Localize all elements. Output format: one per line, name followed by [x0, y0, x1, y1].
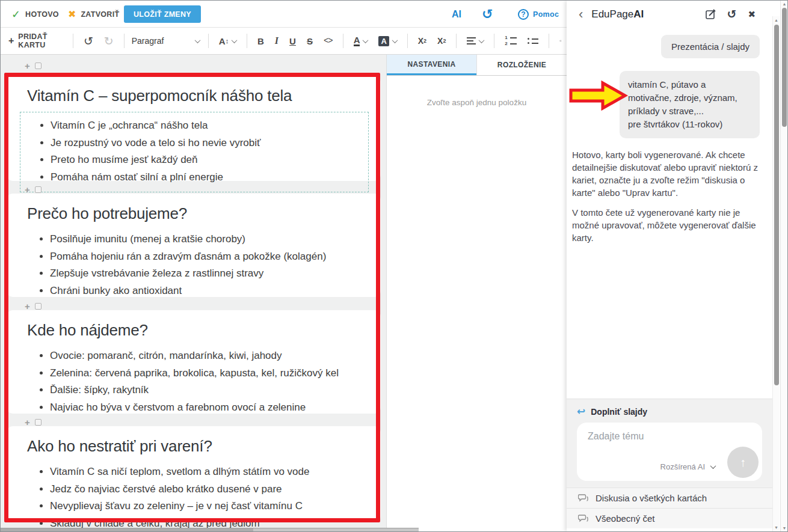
- card-title: Kde ho nájdeme?: [7, 310, 381, 340]
- page-scrollbar-thumb[interactable]: [782, 8, 787, 127]
- bold-button[interactable]: B: [252, 28, 269, 55]
- divider: [549, 34, 549, 48]
- model-selector-label: Rozšírená AI: [660, 462, 705, 471]
- back-chevron-icon[interactable]: ‹: [579, 9, 583, 20]
- assistant-response: V tomto čete už vygenerované karty nie j…: [567, 199, 772, 244]
- bullet-list-button[interactable]: [522, 28, 544, 55]
- chevron-down-icon: [194, 37, 200, 43]
- undo-icon[interactable]: ↺: [78, 28, 99, 55]
- scroll-down-icon[interactable]: ▼: [781, 526, 788, 530]
- selected-text-block[interactable]: Vitamín C je „ochranca“ nášho tela Je ro…: [20, 112, 369, 192]
- list-item: Najviac ho býva v čerstvom a farebnom ov…: [50, 399, 381, 417]
- page-scrollbar[interactable]: ▲ ▼: [780, 1, 788, 531]
- font-size-dropdown[interactable]: A↕: [214, 28, 242, 55]
- redo-icon[interactable]: ↻: [99, 28, 119, 55]
- model-selector-dropdown[interactable]: Rozšírená AI: [660, 462, 715, 471]
- divider: [247, 34, 247, 48]
- send-button[interactable]: ↑: [727, 447, 759, 478]
- add-card-button[interactable]: + PRIDAŤ KARTU: [1, 28, 68, 55]
- outdent-button[interactable]: [554, 28, 567, 55]
- list-item: Chráni bunky ako antioxidant: [50, 283, 381, 300]
- chevron-down-icon: [232, 37, 238, 43]
- close-panel-icon[interactable]: ✖: [748, 9, 756, 20]
- plus-icon: +: [25, 185, 30, 195]
- highlight-color-dropdown[interactable]: A: [373, 28, 402, 55]
- text-color-dropdown[interactable]: A: [348, 28, 374, 55]
- list-item: Ovocie: pomaranč, citrón, mandarínka, ki…: [50, 347, 381, 365]
- new-chat-icon[interactable]: [706, 9, 716, 19]
- plus-icon: +: [25, 301, 30, 311]
- divider: [456, 34, 457, 48]
- done-button[interactable]: ✓ HOTOVO: [11, 1, 59, 28]
- menu-item-label: Všeobecný čet: [596, 513, 654, 524]
- superscript-button[interactable]: X2: [413, 28, 432, 55]
- tab-nastavenia[interactable]: NASTAVENIA: [387, 55, 476, 75]
- card-title: Vitamín C – superpomocník nášho tela: [7, 76, 381, 105]
- add-card-inline-control[interactable]: +: [25, 185, 42, 194]
- chat-messages: Prezentácia / slajdy vitamín C, pútavo a…: [567, 28, 772, 244]
- footer-action-row[interactable]: ↩ Doplniť slajdy: [567, 399, 772, 423]
- bullet-list: Vitamín C je „ochranca“ nášho tela Je ro…: [20, 117, 368, 186]
- settings-panel: NASTAVENIA ROZLOŽENIE Zvoľte aspoň jednu…: [386, 55, 567, 532]
- menu-item-discussion-all-cards[interactable]: Diskusia o všetkých kartách: [567, 488, 772, 508]
- add-card-inline-control[interactable]: +: [25, 61, 42, 70]
- code-button[interactable]: <>: [318, 28, 338, 55]
- ai-panel-header: ‹ EduPageAI ↺ ✖: [567, 1, 788, 28]
- settings-tabs: NASTAVENIA ROZLOŽENIE: [387, 55, 567, 76]
- tab-rozlozenie[interactable]: ROZLOŽENIE: [476, 55, 567, 75]
- help-button[interactable]: ? Pomoc: [518, 1, 559, 28]
- horizontal-scrollbar[interactable]: [1, 528, 419, 532]
- chat-history-icon[interactable]: ↺: [727, 7, 737, 21]
- bullet-list: Ovocie: pomaranč, citrón, mandarínka, ki…: [7, 347, 381, 416]
- checkbox-icon: [35, 303, 42, 310]
- list-item: Vitamín C sa ničí teplom, svetlom a dlhý…: [50, 463, 381, 481]
- divider: [494, 34, 494, 48]
- topic-input[interactable]: [588, 431, 720, 461]
- paragraph-label: Paragraf: [132, 36, 164, 46]
- ai-panel-footer: ↩ Doplniť slajdy Rozšírená AI ↑ Diskusia…: [567, 399, 772, 528]
- ai-button[interactable]: AI: [452, 1, 461, 28]
- chat-scrollbar[interactable]: ▲ ▼: [772, 16, 780, 531]
- add-card-inline-control[interactable]: +: [25, 301, 42, 311]
- numbered-list-button[interactable]: 12: [499, 28, 522, 55]
- horizontal-scrollbar-thumb[interactable]: [1, 528, 253, 532]
- card-editor-area: + Vitamín C – superpomocník nášho tela V…: [1, 55, 567, 532]
- divider: [208, 34, 209, 48]
- add-card-inline-control[interactable]: +: [25, 417, 42, 427]
- cards-column: + Vitamín C – superpomocník nášho tela V…: [1, 55, 386, 532]
- paragraph-style-dropdown[interactable]: Paragraf: [129, 28, 203, 55]
- italic-button[interactable]: I: [269, 28, 284, 55]
- list-item: Nevyplievaj šťavu zo zeleniny – je v nej…: [50, 498, 381, 515]
- mode-pill[interactable]: Prezentácia / slajdy: [661, 35, 760, 58]
- checkbox-icon: [35, 63, 42, 69]
- list-item: Pomáha nám ostať silní a plní energie: [51, 169, 368, 186]
- chat-scrollbar-thumb[interactable]: [774, 25, 779, 385]
- list-item: Ďalšie: šípky, rakytník: [50, 382, 381, 399]
- underline-button[interactable]: U: [284, 28, 301, 55]
- slide-card-2[interactable]: Prečo ho potrebujeme? Posilňuje imunitu …: [7, 194, 381, 297]
- chat-bubble-icon: [578, 515, 588, 523]
- footer-action-label: Doplniť slajdy: [591, 407, 647, 417]
- format-toolbar: + PRIDAŤ KARTU ↺ ↻ Paragraf A↕ B I U S <…: [1, 28, 567, 55]
- history-icon[interactable]: ↺: [482, 1, 493, 28]
- scroll-down-icon[interactable]: ▼: [773, 525, 780, 530]
- menu-item-general-chat[interactable]: Všeobecný čet: [567, 508, 772, 528]
- question-icon: ?: [518, 9, 529, 20]
- scroll-up-icon[interactable]: ▲: [781, 2, 788, 6]
- slide-card-1[interactable]: Vitamín C – superpomocník nášho tela Vit…: [7, 76, 381, 181]
- align-dropdown[interactable]: [461, 28, 489, 55]
- slide-card-3[interactable]: Kde ho nájdeme? Ovocie: pomaranč, citrón…: [7, 310, 381, 414]
- check-icon: ✓: [11, 8, 20, 21]
- save-changes-button[interactable]: ULOŽIŤ ZMENY: [124, 5, 201, 23]
- list-item: Posilňuje imunitu (menej a kratšie choro…: [50, 231, 381, 248]
- close-document-button[interactable]: ✖ ZATVORIŤ: [68, 1, 119, 28]
- bullet-list: Posilňuje imunitu (menej a kratšie choro…: [7, 231, 381, 299]
- done-label: HOTOVO: [25, 10, 59, 19]
- strikethrough-button[interactable]: S: [301, 28, 318, 55]
- list-item: Pomáha hojeniu rán a zdravým ďasnám a po…: [50, 248, 381, 266]
- edupage-ai-panel: ‹ EduPageAI ↺ ✖ Prezentácia / slajdy vit…: [567, 1, 788, 531]
- scroll-up-icon[interactable]: ▲: [773, 18, 780, 22]
- chevron-down-icon: [710, 463, 716, 469]
- slide-card-4[interactable]: Ako ho nestratiť pri varení? Vitamín C s…: [7, 426, 381, 522]
- subscript-button[interactable]: X2: [432, 28, 451, 55]
